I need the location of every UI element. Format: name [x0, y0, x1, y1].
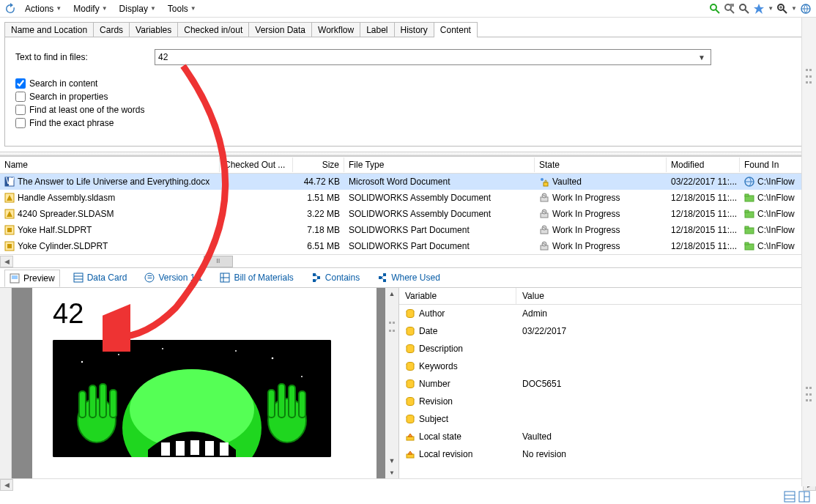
- scroll-down-icon[interactable]: ▼: [386, 455, 398, 467]
- whereused-icon: [377, 273, 387, 283]
- right-gutter[interactable]: [801, 18, 816, 486]
- svg-point-73: [162, 348, 163, 349]
- preview-vertical-scrollbar[interactable]: ▲ ▼ ▼: [385, 288, 398, 478]
- toolbar-right: ▼ ▼: [709, 3, 812, 15]
- svg-rect-89: [289, 385, 295, 418]
- checkbox-one-word[interactable]: [15, 105, 26, 115]
- col-filetype[interactable]: File Type: [344, 158, 535, 172]
- tab-bom[interactable]: Bill of Materials: [215, 270, 297, 286]
- menu-tools[interactable]: Tools▼: [163, 2, 201, 15]
- svg-marker-99: [408, 434, 412, 437]
- svg-marker-101: [408, 451, 412, 454]
- search-green-icon[interactable]: [709, 3, 721, 15]
- svg-rect-58: [313, 279, 316, 282]
- search-label: Text to find in files:: [15, 52, 155, 62]
- footer-scrollbar[interactable]: ◀ ▶: [0, 478, 816, 492]
- label-exact: Find the exact phrase: [29, 118, 114, 128]
- tab-preview[interactable]: Preview: [4, 270, 60, 287]
- view-split-icon[interactable]: [798, 491, 810, 503]
- svg-point-2: [725, 4, 731, 10]
- tab-version[interactable]: =Version 1/1: [140, 270, 207, 286]
- scroll-up-icon[interactable]: ▲: [386, 288, 398, 300]
- property-row[interactable]: Date03/22/2017: [399, 322, 816, 340]
- svg-rect-57: [313, 273, 316, 276]
- tab-datacard[interactable]: Data Card: [69, 270, 132, 286]
- properties-panel: Variable Value AuthorAdminDate03/22/2017…: [399, 288, 816, 478]
- table-row[interactable]: Yoke Cylinder.SLDPRT6.51 MBSOLIDWORKS Pa…: [0, 238, 816, 254]
- table-row[interactable]: Handle Assembly.sldasm1.51 MBSOLIDWORKS …: [0, 190, 816, 206]
- svg-point-5: [740, 4, 746, 10]
- ruler-vertical: [0, 288, 12, 478]
- search-tab-variables[interactable]: Variables: [129, 22, 178, 37]
- svg-rect-98: [407, 437, 414, 440]
- scrollbar-thumb[interactable]: Ⅲ: [204, 256, 233, 267]
- property-row[interactable]: Description: [399, 340, 816, 357]
- search-tab-label[interactable]: Label: [360, 22, 394, 37]
- property-row[interactable]: NumberDOC5651: [399, 375, 816, 393]
- search-input[interactable]: [155, 49, 711, 65]
- chevron-down-icon: ▼: [56, 5, 62, 12]
- search-tab-name-and-location[interactable]: Name and Location: [4, 22, 94, 37]
- svg-rect-34: [7, 228, 12, 232]
- col-foundin[interactable]: Found In: [740, 158, 806, 172]
- svg-rect-87: [268, 390, 275, 418]
- document-canvas[interactable]: 42: [12, 288, 385, 478]
- grip-icon[interactable]: [806, 69, 813, 86]
- property-row[interactable]: Subject: [399, 410, 816, 428]
- table-row[interactable]: Yoke Half.SLDPRT7.18 MBSOLIDWORKS Part D…: [0, 222, 816, 238]
- col-checkedout[interactable]: Checked Out ...: [220, 158, 293, 172]
- property-row[interactable]: Keywords: [399, 357, 816, 375]
- search-tab-cards[interactable]: Cards: [93, 22, 130, 37]
- tab-contains[interactable]: Contains: [307, 270, 364, 286]
- svg-rect-77: [176, 441, 185, 456]
- menu-display[interactable]: Display▼: [115, 2, 160, 15]
- col-name[interactable]: Name: [0, 158, 220, 172]
- property-row[interactable]: AuthorAdmin: [399, 305, 816, 322]
- property-row[interactable]: Revision: [399, 393, 816, 410]
- label-search-properties: Search in properties: [29, 92, 108, 102]
- col-modified[interactable]: Modified: [667, 158, 740, 172]
- label-one-word: Find at least one of the words: [29, 105, 144, 115]
- props-col-variable[interactable]: Variable: [399, 288, 516, 304]
- checkbox-exact[interactable]: [15, 118, 26, 128]
- version-icon: =: [144, 273, 155, 283]
- svg-rect-100: [407, 454, 414, 458]
- scroll-down-double-icon[interactable]: ▼: [386, 467, 398, 478]
- property-row[interactable]: Local stateVaulted: [399, 428, 816, 445]
- svg-point-72: [235, 350, 237, 352]
- grip-icon[interactable]: [806, 387, 813, 404]
- property-row[interactable]: Local revisionNo revision: [399, 445, 816, 463]
- svg-rect-41: [7, 244, 12, 248]
- chevron-down-icon: ▼: [102, 5, 108, 12]
- favorite-icon[interactable]: [753, 3, 765, 15]
- globe-refresh-icon[interactable]: [800, 3, 812, 15]
- view-list-icon[interactable]: [784, 491, 795, 503]
- checkbox-search-properties[interactable]: [15, 92, 26, 102]
- props-col-value[interactable]: Value: [516, 288, 816, 304]
- table-row[interactable]: 4240 Spreader.SLDASM3.22 MBSOLIDWORKS As…: [0, 206, 816, 222]
- scroll-left-icon[interactable]: ◀: [0, 479, 13, 491]
- view-mode-buttons: [784, 491, 810, 503]
- horizontal-scrollbar[interactable]: ◀ Ⅲ ▶: [0, 254, 816, 267]
- menu-modify[interactable]: Modify▼: [69, 2, 111, 15]
- refresh-icon[interactable]: [4, 3, 16, 15]
- col-state[interactable]: State: [535, 158, 667, 172]
- search-tab-history[interactable]: History: [394, 22, 434, 37]
- search-lock-icon[interactable]: [724, 3, 735, 15]
- svg-rect-49: [74, 273, 83, 282]
- search-gray-icon[interactable]: [738, 3, 750, 15]
- table-row[interactable]: WThe Answer to Life Universe and Everyth…: [0, 174, 816, 190]
- checkbox-search-content[interactable]: [15, 78, 26, 89]
- svg-rect-4: [730, 4, 734, 7]
- svg-rect-88: [278, 384, 285, 418]
- search-tab-version-data[interactable]: Version Data: [248, 22, 312, 37]
- scroll-left-icon[interactable]: ◀: [0, 256, 13, 267]
- menu-actions[interactable]: Actions▼: [21, 2, 66, 15]
- search-tab-content[interactable]: Content: [434, 22, 478, 37]
- document-big-text: 42: [53, 298, 356, 330]
- search-tab-checked-in-out[interactable]: Checked in/out: [177, 22, 249, 37]
- zoom-icon[interactable]: [776, 3, 788, 15]
- search-tab-workflow[interactable]: Workflow: [311, 22, 360, 37]
- col-size[interactable]: Size: [293, 158, 344, 172]
- tab-whereused[interactable]: Where Used: [373, 270, 445, 286]
